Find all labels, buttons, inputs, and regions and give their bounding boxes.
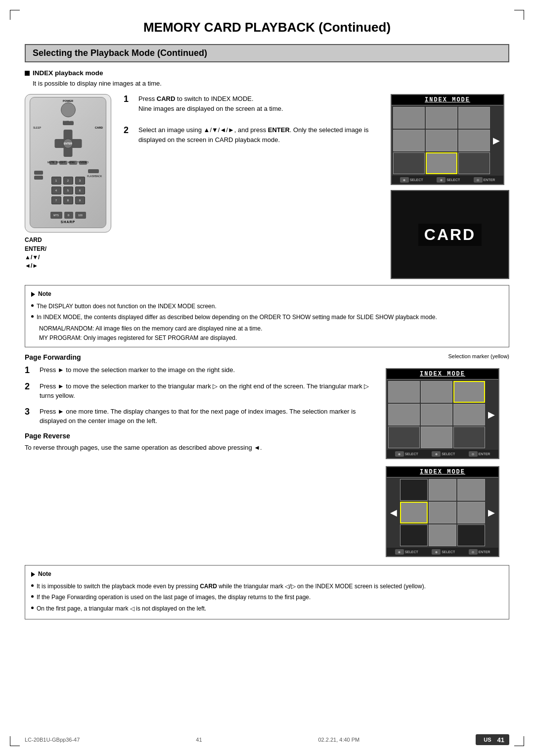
grid2-cell-7 — [388, 426, 420, 448]
note2-text-1: It is impossible to switch the playback … — [37, 582, 426, 591]
remote-area: POWER DISPLAY SLEEP CARD ENTER — [25, 94, 114, 279]
step-2-text: Select an image using ▲/▼/◄/►, and press… — [138, 125, 381, 144]
flashback-label: FLASHBACK — [87, 175, 102, 178]
index-grid-3: ◀ ▶ — [387, 477, 498, 548]
corner-mark-bl — [10, 736, 20, 746]
note1-bullet-2: In INDEX MODE, the contents displayed di… — [31, 313, 503, 322]
note2-text-3: On the first page, a triangular mark ◁ i… — [37, 604, 206, 614]
selection-marker-label: Selection marker (yellow) — [386, 353, 509, 359]
select-btn-4: ⊕ — [432, 451, 441, 457]
index-mode-screen-1: INDEX MODE ▶ — [391, 94, 504, 185]
note-title-1: Note — [38, 289, 51, 299]
num-1: 1 — [51, 177, 61, 185]
grid-cell-9 — [458, 152, 490, 174]
card-playback-screen: CARD — [391, 190, 509, 279]
grid-cell-8 — [426, 152, 457, 174]
page-title: MEMORY CARD PLAYBACK (Continued) — [25, 20, 509, 35]
select-btn-3: ⊕ — [395, 451, 404, 457]
page-reverse-title: Page Reverse — [25, 432, 376, 440]
bullet-dot-n2-3 — [31, 607, 34, 609]
bullet-dot-n2-1 — [31, 584, 34, 587]
enter-ctrl-3: ⊙ ENTER — [469, 549, 490, 555]
page-footer: LC-20B1U-GBpp36-47 41 02.2.21, 4:40 PM U… — [25, 734, 509, 745]
note2-text-2: If the Page Forwarding operation is used… — [37, 593, 311, 602]
card-screen-label: CARD — [418, 224, 482, 246]
bullet-dot-1 — [31, 304, 34, 307]
index-mode-title-3: INDEX MODE — [387, 467, 498, 477]
grid3-cell-8 — [429, 524, 456, 546]
note-arrow-icon-1 — [31, 292, 35, 297]
note-box-2: Note It is impossible to switch the play… — [25, 565, 509, 619]
card-bold-1: CARD — [157, 95, 176, 102]
flashback-button — [88, 169, 99, 173]
grid3-cell-3 — [457, 479, 485, 501]
grid2-cell-4 — [388, 404, 420, 425]
select-btn-5: ⊕ — [395, 549, 404, 555]
enter-ctrl-2: ⊙ ENTER — [469, 451, 490, 457]
pf-step-1-num: 1 — [25, 365, 35, 376]
select-ctrl-3: ⊕ SELECT — [395, 451, 418, 457]
pf-step-3-text: Press ► one more time. The display chang… — [40, 407, 376, 426]
note1-text-2: In INDEX MODE, the contents displayed di… — [37, 313, 437, 322]
select-lbl-6: SELECT — [442, 550, 455, 554]
select-btn-2: ⊕ — [437, 177, 445, 183]
enter-btn-3: ⊙ — [469, 549, 478, 555]
card-label-remote: CARD — [95, 126, 103, 129]
pf-screens-area: Selection marker (yellow) INDEX MODE ▶ — [386, 353, 509, 557]
note1-normal-random: NORMAL/RANDOM: All image files on the me… — [39, 324, 503, 333]
note1-my-program: MY PROGRAM: Only images registered for S… — [39, 333, 503, 343]
step-1-row: 1 Press CARD to switch to INDEX MODE. Ni… — [124, 94, 381, 113]
step-2-number: 2 — [124, 125, 134, 136]
arrow-right-2: ▶ — [486, 381, 497, 448]
grid2-cell-8 — [421, 426, 452, 448]
black-square-icon — [25, 71, 30, 76]
num-2: 2 — [63, 177, 73, 185]
sleep-label: SLEEP — [33, 126, 41, 129]
grid3-cell-7 — [400, 524, 428, 546]
grid-cell-5 — [426, 130, 457, 151]
step-2-row: 2 Select an image using ▲/▼/◄/►, and pre… — [124, 125, 381, 144]
page-forwarding-title: Page Forwarding — [25, 353, 376, 361]
enter-bold: ENTER — [268, 126, 290, 134]
num-4: 4 — [51, 187, 61, 194]
grid2-cell-3 — [453, 381, 485, 403]
enter-btn-1: ⊙ — [474, 177, 483, 183]
grid3-cell-9 — [457, 524, 485, 546]
index-controls-3: ⊕ SELECT ⊕ SELECT ⊙ ENTER — [387, 548, 498, 556]
index-mode-screen-3: INDEX MODE ◀ ▶ — [386, 466, 499, 557]
footer-center-page: 41 — [196, 737, 202, 743]
grid-cell-7 — [393, 152, 425, 174]
select-lbl-3: SELECT — [405, 452, 418, 456]
footer-left-text: LC-20B1U-GBpp36-47 — [25, 737, 80, 743]
index-controls-2: ⊕ SELECT ⊕ SELECT ⊙ ENTER — [387, 450, 498, 458]
pf-steps-area: Page Forwarding 1 Press ► to move the se… — [25, 353, 376, 557]
pf-step-2-num: 2 — [25, 381, 35, 392]
num-6: 6 — [75, 187, 85, 194]
corner-mark-tr — [514, 10, 524, 20]
index-mode-title-2: INDEX MODE — [387, 369, 498, 379]
note-header-2: Note — [31, 569, 503, 579]
index-mode-screen-2: INDEX MODE ▶ — [386, 368, 499, 459]
num-3: 3 — [75, 177, 85, 185]
corner-mark-br — [514, 736, 524, 746]
enter-btn-2: ⊙ — [469, 451, 478, 457]
right-screens-column: INDEX MODE ▶ — [391, 94, 509, 279]
sharp-logo: SHARP — [61, 220, 76, 224]
note-box-1: Note The DISPLAY button does not functio… — [25, 285, 509, 347]
remote-body: POWER DISPLAY SLEEP CARD ENTER — [30, 97, 106, 228]
note2-bullet-3: On the first page, a triangular mark ◁ i… — [31, 604, 503, 614]
grid3-cell-6 — [457, 502, 485, 523]
grid2-cell-1 — [388, 381, 420, 403]
zero-button: 0 — [64, 212, 73, 219]
index-mode-title-1: INDEX MODE — [392, 95, 503, 105]
bottom-buttons-row: MTS 0 100 — [50, 212, 86, 219]
intro-text: It is possible to display nine images at… — [33, 80, 509, 87]
pf-step-2-text: Press ► to move the selection marker to … — [40, 381, 376, 401]
select-lbl-2: SELECT — [446, 178, 460, 182]
subsection-title: INDEX playback mode — [25, 69, 509, 77]
note2-bullet-1: It is impossible to switch the playback … — [31, 582, 503, 591]
enter-lbl-1: ENTER — [484, 178, 495, 182]
index-controls-1: ⊕ SELECT ⊕ SELECT ⊙ ENTER — [392, 176, 503, 184]
pf-step-3-num: 3 — [25, 407, 35, 417]
grid2-cell-6 — [453, 404, 485, 425]
